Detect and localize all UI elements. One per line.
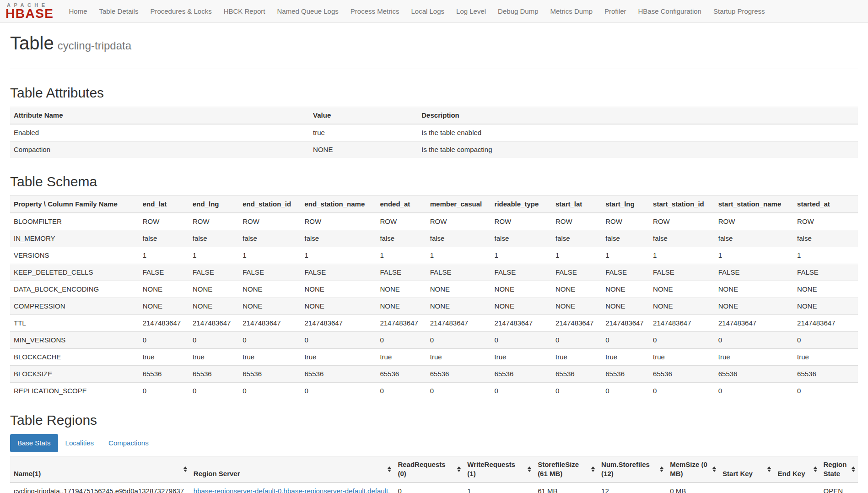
- nav-item-named-queue-logs[interactable]: Named Queue Logs: [271, 0, 345, 22]
- schema-property-keep-deleted-cells: KEEP_DELETED_CELLS: [10, 264, 139, 281]
- schema-compression-started-at: NONE: [793, 298, 858, 315]
- nav-item-profiler[interactable]: Profiler: [598, 0, 632, 22]
- page-title: Tablecycling-tripdata: [10, 33, 858, 56]
- sort-icon[interactable]: [767, 466, 771, 472]
- schema-in-memory-end-lat: false: [139, 230, 189, 247]
- nav-item-home[interactable]: Home: [63, 0, 93, 22]
- sort-icon[interactable]: [712, 466, 716, 472]
- schema-col-start-station-id: start_station_id: [649, 196, 715, 213]
- navbar-menu: HomeTable DetailsProcedures & LocksHBCK …: [63, 0, 771, 22]
- tab-localities[interactable]: Localities: [58, 434, 102, 452]
- attribute-enabled-description: Is the table enabled: [418, 124, 858, 141]
- schema-blocksize-end-lat: 65536: [139, 366, 189, 383]
- schema-min-versions-started-at: 0: [793, 332, 858, 349]
- regions-heading: Table Regions: [10, 412, 858, 428]
- schema-blocksize-start-station-id: 65536: [649, 366, 715, 383]
- sort-icon[interactable]: [852, 466, 855, 472]
- sort-icon[interactable]: [457, 466, 461, 472]
- regions-col-storefilesize-61-mb[interactable]: StorefileSize (61 MB): [534, 456, 598, 483]
- schema-blocksize-end-lng: 65536: [189, 366, 239, 383]
- tab-base-stats[interactable]: Base Stats: [10, 434, 58, 452]
- schema-blockcache-start-station-name: true: [715, 349, 793, 366]
- schema-ttl-start-station-id: 2147483647: [649, 315, 715, 332]
- sort-icon[interactable]: [183, 466, 187, 472]
- schema-data-block-encoding-rideable-type: NONE: [491, 281, 552, 298]
- region-cell-mem-size: 0 MB: [666, 482, 719, 493]
- sort-icon[interactable]: [660, 466, 663, 472]
- schema-ttl-start-lat: 2147483647: [552, 315, 602, 332]
- schema-replication-scope-start-lng: 0: [602, 383, 649, 400]
- nav-item-hbck-report[interactable]: HBCK Report: [218, 0, 271, 22]
- schema-col-ended-at: ended_at: [376, 196, 426, 213]
- regions-col-start-key[interactable]: Start Key: [719, 456, 774, 483]
- sort-down-arrow-icon: [591, 470, 595, 472]
- schema-blocksize-member-casual: 65536: [426, 366, 491, 383]
- sort-icon[interactable]: [528, 466, 531, 472]
- regions-col-region-state[interactable]: Region State: [820, 456, 858, 483]
- schema-blocksize-ended-at: 65536: [376, 366, 426, 383]
- nav-item-table-details[interactable]: Table Details: [93, 0, 145, 22]
- schema-ttl-end-lat: 2147483647: [139, 315, 189, 332]
- regions-col-num-storefiles-12[interactable]: Num.Storefiles (12): [598, 456, 666, 483]
- regions-col-memsize-0-mb[interactable]: MemSize (0 MB): [666, 456, 719, 483]
- nav-item-local-logs[interactable]: Local Logs: [405, 0, 450, 22]
- nav-item-metrics-dump[interactable]: Metrics Dump: [545, 0, 599, 22]
- attributes-col-description: Description: [418, 107, 858, 125]
- schema-keep-deleted-cells-end-lng: FALSE: [189, 264, 239, 281]
- schema-bloomfilter-end-station-id: ROW: [239, 213, 301, 230]
- schema-in-memory-member-casual: false: [426, 230, 491, 247]
- regions-col-label: End Key: [777, 470, 805, 477]
- schema-keep-deleted-cells-end-station-name: FALSE: [301, 264, 377, 281]
- nav-item-process-metrics[interactable]: Process Metrics: [345, 0, 405, 22]
- top-navbar: APACHE HBASE HomeTable DetailsProcedures…: [0, 0, 868, 23]
- sort-icon[interactable]: [591, 466, 595, 472]
- schema-bloomfilter-ended-at: ROW: [376, 213, 426, 230]
- schema-data-block-encoding-started-at: NONE: [793, 281, 858, 298]
- schema-versions-start-lat: 1: [552, 247, 602, 264]
- table-attributes-table: Attribute NameValueDescriptionEnabledtru…: [10, 107, 858, 158]
- regions-col-label: Region State: [824, 460, 847, 477]
- attribute-row-enabled: EnabledtrueIs the table enabled: [10, 124, 858, 141]
- schema-ttl-started-at: 2147483647: [793, 315, 858, 332]
- nav-item-procedures-locks[interactable]: Procedures & Locks: [144, 0, 217, 22]
- sort-up-arrow-icon: [852, 466, 855, 469]
- sort-icon[interactable]: [814, 466, 817, 472]
- regions-col-readrequests-0[interactable]: ReadRequests (0): [394, 456, 464, 483]
- schema-ttl-end-lng: 2147483647: [189, 315, 239, 332]
- schema-bloomfilter-start-lat: ROW: [552, 213, 602, 230]
- schema-compression-end-station-id: NONE: [239, 298, 301, 315]
- schema-col-started-at: started_at: [793, 196, 858, 213]
- attributes-col-value: Value: [309, 107, 418, 125]
- region-cell-num-storefiles: 12: [598, 482, 666, 493]
- schema-compression-end-lat: NONE: [139, 298, 189, 315]
- schema-data-block-encoding-member-casual: NONE: [426, 281, 491, 298]
- schema-keep-deleted-cells-start-lat: FALSE: [552, 264, 602, 281]
- schema-property-compression: COMPRESSION: [10, 298, 139, 315]
- sort-icon[interactable]: [388, 466, 391, 472]
- schema-replication-scope-start-lat: 0: [552, 383, 602, 400]
- schema-property-blockcache: BLOCKCACHE: [10, 349, 139, 366]
- regions-col-region-server[interactable]: Region Server: [190, 456, 394, 483]
- attribute-compaction-description: Is the table compacting: [418, 141, 858, 158]
- tab-compactions[interactable]: Compactions: [101, 434, 156, 452]
- hbase-logo[interactable]: APACHE HBASE: [5, 3, 54, 20]
- nav-item-hbase-configuration[interactable]: HBase Configuration: [632, 0, 707, 22]
- regions-col-name-1[interactable]: Name(1): [10, 456, 190, 483]
- schema-bloomfilter-member-casual: ROW: [426, 213, 491, 230]
- region-server-link[interactable]: hbase-regionserver-default-0.hbase-regio…: [194, 487, 390, 493]
- regions-col-end-key[interactable]: End Key: [774, 456, 819, 483]
- nav-item-log-level[interactable]: Log Level: [450, 0, 492, 22]
- schema-ttl-end-station-name: 2147483647: [301, 315, 377, 332]
- schema-data-block-encoding-ended-at: NONE: [376, 281, 426, 298]
- schema-col-end-station-name: end_station_name: [301, 196, 377, 213]
- nav-item-startup-progress[interactable]: Startup Progress: [707, 0, 771, 22]
- region-cell-read-requests: 0: [394, 482, 464, 493]
- schema-replication-scope-end-station-id: 0: [239, 383, 301, 400]
- regions-col-writerequests-1[interactable]: WriteRequests (1): [464, 456, 534, 483]
- schema-data-block-encoding-start-lng: NONE: [602, 281, 649, 298]
- nav-item-debug-dump[interactable]: Debug Dump: [492, 0, 544, 22]
- schema-min-versions-ended-at: 0: [376, 332, 426, 349]
- schema-versions-member-casual: 1: [426, 247, 491, 264]
- schema-in-memory-end-station-id: false: [239, 230, 301, 247]
- sort-down-arrow-icon: [852, 470, 855, 472]
